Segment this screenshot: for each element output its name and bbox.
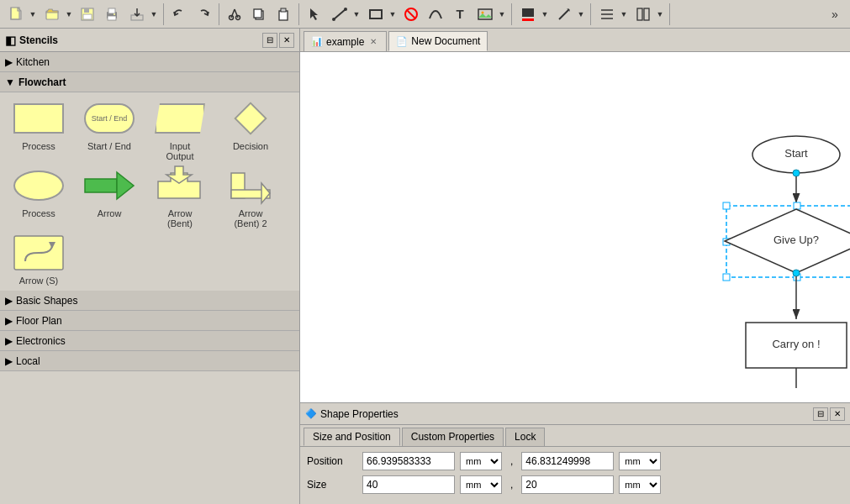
handle-tc[interactable] bbox=[794, 202, 800, 209]
paste-btn[interactable] bbox=[272, 3, 295, 25]
new-btn[interactable] bbox=[3, 3, 27, 25]
position-x-unit-group: mmcminpx bbox=[460, 452, 502, 470]
stencils-header: ◧ Stencils ⊟ ✕ bbox=[0, 29, 299, 52]
cut-btn[interactable] bbox=[223, 3, 246, 25]
forbidden-btn[interactable] bbox=[399, 3, 423, 25]
save-btn[interactable] bbox=[76, 3, 99, 25]
svg-rect-4 bbox=[83, 14, 92, 19]
text-btn[interactable]: T bbox=[448, 3, 472, 25]
stencil-arrow-s[interactable]: Arrow (S) bbox=[5, 232, 72, 286]
open-arrow[interactable]: ▼ bbox=[63, 3, 75, 25]
color-arrow[interactable]: ▼ bbox=[539, 3, 551, 25]
stencil-process[interactable]: Process bbox=[5, 97, 72, 161]
svg-rect-22 bbox=[370, 10, 382, 18]
tab-lock[interactable]: Lock bbox=[505, 428, 545, 446]
position-y-unit-select[interactable]: mmcminpx bbox=[619, 452, 661, 470]
image-arrow[interactable]: ▼ bbox=[496, 3, 508, 25]
canvas-svg: Start Give Up? bbox=[300, 52, 850, 402]
line-btn[interactable] bbox=[327, 3, 351, 25]
sidebar: ◧ Stencils ⊟ ✕ ▶ Kitchen ▼ Flowchart bbox=[0, 29, 300, 504]
pointer-btn[interactable] bbox=[303, 3, 326, 25]
properties-title: 🔷 Shape Properties bbox=[305, 408, 399, 420]
more-arrow[interactable]: ▼ bbox=[654, 3, 666, 25]
position-y-input[interactable] bbox=[521, 452, 614, 470]
svg-line-24 bbox=[407, 10, 415, 18]
props-close-btn[interactable]: ✕ bbox=[830, 407, 845, 421]
align-split: ▼ bbox=[594, 3, 630, 25]
stencils-restore-btn[interactable]: ⊟ bbox=[262, 33, 277, 48]
stencils-close-btn[interactable]: ✕ bbox=[279, 33, 294, 48]
tab-example[interactable]: 📊 example ✕ bbox=[304, 31, 387, 51]
redo-btn[interactable] bbox=[192, 3, 215, 25]
svg-rect-17 bbox=[279, 11, 288, 20]
size-w-input[interactable] bbox=[362, 475, 455, 494]
color-btn[interactable] bbox=[515, 3, 539, 25]
tab-example-close[interactable]: ✕ bbox=[367, 36, 379, 48]
overflow-btn[interactable]: » bbox=[823, 3, 847, 25]
stencil-decision[interactable]: Decision bbox=[217, 97, 284, 161]
stencil-start-end[interactable]: Start / End Start / End bbox=[76, 97, 143, 161]
tab-custom-properties[interactable]: Custom Properties bbox=[402, 428, 504, 446]
pen-btn[interactable] bbox=[552, 3, 575, 25]
line-arrow[interactable]: ▼ bbox=[351, 3, 362, 25]
properties-header: 🔷 Shape Properties ⊟ ✕ bbox=[300, 403, 850, 425]
align-btn[interactable] bbox=[594, 3, 618, 25]
undo-btn[interactable] bbox=[167, 3, 191, 25]
tab-new-document[interactable]: 📄 New Document bbox=[388, 31, 488, 51]
size-h-unit-group: mmcminpx bbox=[619, 475, 661, 494]
floor-plan-label: Floor Plan bbox=[16, 315, 62, 327]
canvas[interactable]: Start Give Up? bbox=[300, 52, 850, 402]
draw-group: ▼ ▼ T ▼ bbox=[303, 3, 512, 25]
print-btn[interactable] bbox=[100, 3, 124, 25]
svg-point-8 bbox=[114, 13, 115, 15]
rect-arrow[interactable]: ▼ bbox=[387, 3, 399, 25]
svg-rect-36 bbox=[85, 179, 117, 192]
sidebar-item-electronics[interactable]: ▶ Electronics bbox=[0, 331, 299, 351]
svg-rect-6 bbox=[108, 8, 115, 13]
tab-size-position[interactable]: Size and Position bbox=[304, 428, 400, 446]
sidebar-item-basic-shapes[interactable]: ▶ Basic Shapes bbox=[0, 291, 299, 311]
stencil-arrow-bent2[interactable]: Arrow(Bent) 2 bbox=[217, 165, 284, 228]
input-output-shape bbox=[155, 103, 205, 134]
open-btn[interactable] bbox=[40, 3, 63, 25]
stencil-arrow[interactable]: Arrow bbox=[76, 165, 143, 228]
sidebar-item-kitchen[interactable]: ▶ Kitchen bbox=[0, 52, 299, 72]
main-layout: ◧ Stencils ⊟ ✕ ▶ Kitchen ▼ Flowchart bbox=[0, 29, 850, 504]
size-h-input[interactable] bbox=[521, 475, 614, 494]
rect-btn[interactable] bbox=[363, 3, 387, 25]
image-btn[interactable] bbox=[473, 3, 496, 25]
sidebar-item-floor-plan[interactable]: ▶ Floor Plan bbox=[0, 311, 299, 331]
handle-start-bottom[interactable] bbox=[793, 170, 800, 176]
sidebar-item-flowchart[interactable]: ▼ Flowchart bbox=[0, 72, 299, 92]
position-x-input[interactable] bbox=[362, 452, 455, 470]
basic-shapes-label: Basic Shapes bbox=[16, 295, 77, 307]
properties-tabs: Size and Position Custom Properties Lock bbox=[300, 425, 850, 447]
pen-arrow[interactable]: ▼ bbox=[575, 3, 587, 25]
stencil-process-label: Process bbox=[22, 141, 55, 151]
stencils-title: ◧ Stencils bbox=[5, 34, 58, 47]
position-row: Position mmcminpx , mmcminpx bbox=[307, 452, 843, 470]
curve-btn[interactable] bbox=[424, 3, 447, 25]
handle-tl[interactable] bbox=[723, 202, 730, 209]
export-btn[interactable] bbox=[124, 3, 148, 25]
sidebar-item-local[interactable]: ▶ Local bbox=[0, 351, 299, 371]
size-h-unit-select[interactable]: mmcminpx bbox=[619, 475, 661, 494]
stencil-arrow-bent2-shape bbox=[222, 165, 279, 207]
more-btn[interactable] bbox=[631, 3, 654, 25]
stencil-input-output[interactable]: InputOutput bbox=[146, 97, 214, 161]
svg-rect-34 bbox=[637, 8, 642, 20]
size-w-unit-select[interactable]: mmcminpx bbox=[460, 475, 502, 494]
props-restore-btn[interactable]: ⊟ bbox=[813, 407, 828, 421]
open-split: ▼ bbox=[40, 3, 75, 25]
new-arrow[interactable]: ▼ bbox=[27, 3, 39, 25]
align-arrow[interactable]: ▼ bbox=[618, 3, 630, 25]
export-arrow[interactable]: ▼ bbox=[148, 3, 160, 25]
copy-btn[interactable] bbox=[247, 3, 271, 25]
stencil-process2[interactable]: Process bbox=[5, 165, 72, 228]
stencil-arrow-bent[interactable]: Arrow(Bent) bbox=[146, 165, 214, 228]
position-x-unit-select[interactable]: mmcminpx bbox=[460, 452, 502, 470]
align-group: ▼ ▼ bbox=[594, 3, 670, 25]
handle-bl[interactable] bbox=[723, 274, 730, 281]
position-y-unit-group: mmcminpx bbox=[619, 452, 661, 470]
handle-decision-bottom[interactable] bbox=[793, 270, 800, 276]
